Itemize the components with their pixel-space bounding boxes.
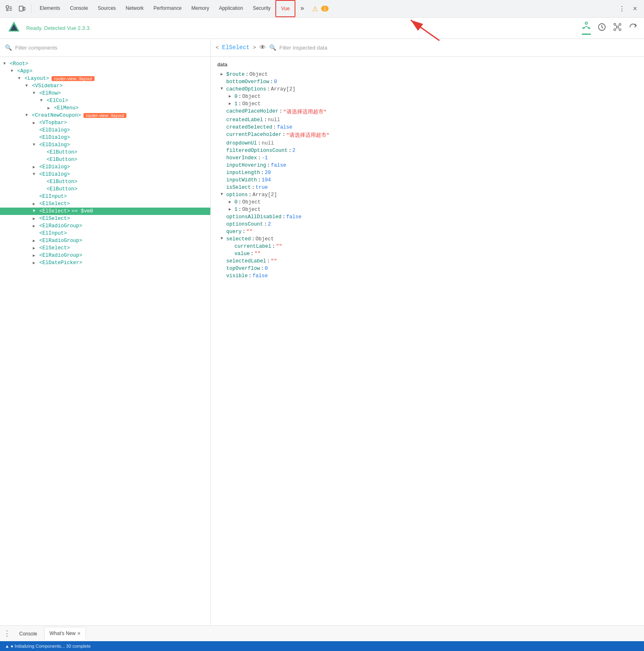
device-toggle-icon[interactable] bbox=[16, 3, 28, 14]
data-value: null bbox=[262, 140, 274, 146]
tab-elements[interactable]: Elements bbox=[35, 0, 65, 17]
vue-ready-text: Ready. Detected Vue 2.3.3. bbox=[26, 25, 91, 31]
data-arrow-icon[interactable] bbox=[229, 207, 234, 212]
tree-arrow-icon[interactable] bbox=[33, 238, 39, 243]
inspect-icon[interactable] bbox=[3, 3, 15, 14]
close-whatsnew-tab[interactable]: × bbox=[77, 630, 81, 637]
tab-console[interactable]: Console bbox=[65, 0, 93, 17]
tree-item[interactable]: <ElSelect> bbox=[0, 244, 210, 252]
tree-item[interactable]: <ElRow> bbox=[0, 90, 210, 97]
tree-item[interactable]: <Layout>router-view: /layout bbox=[0, 75, 210, 82]
tree-item[interactable]: <ElButton> bbox=[0, 149, 210, 156]
more-options-icon[interactable]: ⋮ bbox=[616, 3, 628, 14]
data-arrow-icon[interactable] bbox=[229, 199, 234, 204]
tree-arrow-icon[interactable] bbox=[47, 106, 54, 111]
tree-item[interactable]: <ElDialog> bbox=[0, 134, 210, 141]
data-arrow-icon[interactable] bbox=[221, 236, 226, 241]
tree-item[interactable]: <VSidebar> bbox=[0, 82, 210, 90]
bottom-tab-console[interactable]: Console bbox=[14, 627, 43, 640]
tree-item[interactable]: <ElSelect> == $vm0 bbox=[0, 208, 210, 215]
tree-item[interactable]: <ElMenu> bbox=[0, 104, 210, 112]
tab-performance[interactable]: Performance bbox=[149, 0, 187, 17]
tree-item[interactable]: <Root> bbox=[0, 60, 210, 68]
data-key: 0 bbox=[234, 199, 238, 205]
tree-arrow-icon[interactable] bbox=[33, 216, 39, 221]
bottom-tab-whatsnew[interactable]: What's New × bbox=[44, 627, 86, 640]
tree-item[interactable]: <ElRadioGroup> bbox=[0, 222, 210, 230]
tree-arrow-icon[interactable] bbox=[40, 98, 47, 103]
tree-arrow-icon[interactable] bbox=[33, 209, 39, 213]
inspect-element-icon[interactable]: 👁 bbox=[259, 44, 266, 51]
tab-memory[interactable]: Memory bbox=[187, 0, 214, 17]
tree-item[interactable]: <ElDialog> bbox=[0, 141, 210, 149]
tree-node-label: <ElDialog> bbox=[39, 172, 70, 177]
tree-item[interactable]: <CreatNewCoupon>router-view: /layout bbox=[0, 112, 210, 119]
data-item: createdSelected: false bbox=[217, 124, 637, 131]
tree-arrow-icon[interactable] bbox=[33, 91, 39, 95]
filter-data-input[interactable] bbox=[279, 45, 639, 51]
tab-security[interactable]: Security bbox=[248, 0, 275, 17]
data-arrow-icon[interactable] bbox=[229, 101, 234, 106]
data-arrow-icon[interactable] bbox=[221, 72, 226, 77]
tab-more[interactable]: » bbox=[295, 0, 309, 17]
tree-arrow-icon[interactable] bbox=[33, 165, 39, 170]
data-key: createdSelected bbox=[226, 124, 272, 130]
tree-item[interactable]: <ElSelect> bbox=[0, 215, 210, 222]
tree-node-label: <VTopbar> bbox=[39, 120, 67, 126]
tree-arrow-icon[interactable] bbox=[33, 172, 39, 176]
data-arrow-icon[interactable] bbox=[221, 192, 226, 197]
tree-arrow-icon[interactable] bbox=[33, 201, 39, 206]
filter-components-input[interactable] bbox=[15, 45, 205, 51]
tree-item[interactable]: <ElCol> bbox=[0, 97, 210, 104]
tree-item[interactable]: <ElDialog> bbox=[0, 171, 210, 178]
tree-item[interactable]: <ElButton> bbox=[0, 156, 210, 163]
tree-arrow-icon[interactable] bbox=[3, 61, 10, 66]
tree-arrow-icon[interactable] bbox=[25, 113, 32, 118]
tree-arrow-icon[interactable] bbox=[33, 224, 39, 228]
data-value: Object bbox=[242, 101, 261, 107]
tree-item[interactable]: <App> bbox=[0, 68, 210, 75]
tree-item[interactable]: <VTopbar> bbox=[0, 119, 210, 127]
vuex-icon[interactable] bbox=[613, 23, 622, 34]
tree-arrow-icon[interactable] bbox=[33, 120, 39, 125]
tree-arrow-icon[interactable] bbox=[33, 253, 39, 258]
tab-sources[interactable]: Sources bbox=[93, 0, 121, 17]
tree-item[interactable]: <ElSelect> bbox=[0, 200, 210, 208]
data-item: optionsCount: 2 bbox=[217, 221, 637, 228]
tab-vue[interactable]: Vue bbox=[275, 0, 295, 17]
tree-arrow-icon[interactable] bbox=[18, 76, 25, 81]
data-item: createdLabel: null bbox=[217, 116, 637, 124]
data-item: topOverflow: 0 bbox=[217, 265, 637, 272]
devtools-options-icon[interactable]: ⋮ bbox=[3, 629, 11, 638]
tree-arrow-icon[interactable] bbox=[25, 84, 32, 88]
tree-item[interactable]: <ElDialog> bbox=[0, 163, 210, 171]
toolbar-sep-1 bbox=[31, 4, 32, 14]
tree-item[interactable]: <ElDialog> bbox=[0, 127, 210, 134]
data-value: "请选择适用超市" bbox=[283, 108, 327, 115]
tree-node-label: <CreatNewCoupon> bbox=[32, 113, 81, 118]
tree-item[interactable]: <ElButton> bbox=[0, 178, 210, 185]
search-data-icon: 🔍 bbox=[269, 44, 276, 51]
tree-node-label: <ElDatePicker> bbox=[39, 260, 82, 266]
data-value: "" bbox=[276, 244, 282, 249]
data-key: inputLength bbox=[226, 170, 260, 176]
data-arrow-icon[interactable] bbox=[221, 86, 226, 91]
tab-network[interactable]: Network bbox=[121, 0, 149, 17]
history-icon[interactable] bbox=[597, 23, 606, 34]
data-arrow-icon[interactable] bbox=[229, 94, 234, 99]
tree-item[interactable]: <ElInput> bbox=[0, 193, 210, 200]
tree-item[interactable]: <ElDatePicker> bbox=[0, 259, 210, 267]
tab-application[interactable]: Application bbox=[214, 0, 248, 17]
close-devtools-button[interactable]: × bbox=[629, 3, 641, 14]
component-inspector-toggle[interactable] bbox=[582, 21, 591, 35]
tree-arrow-icon[interactable] bbox=[11, 69, 17, 73]
tree-item[interactable]: <ElButton> bbox=[0, 185, 210, 193]
tree-item[interactable]: <ElRadioGroup> bbox=[0, 252, 210, 259]
tree-arrow-icon[interactable] bbox=[33, 260, 39, 265]
data-item: 0: Object bbox=[217, 93, 637, 100]
tree-item[interactable]: <ElInput> bbox=[0, 230, 210, 237]
tree-item[interactable]: <ElRadioGroup> bbox=[0, 237, 210, 244]
tree-arrow-icon[interactable] bbox=[33, 246, 39, 251]
tree-arrow-icon[interactable] bbox=[33, 142, 39, 147]
refresh-icon[interactable] bbox=[628, 23, 637, 34]
